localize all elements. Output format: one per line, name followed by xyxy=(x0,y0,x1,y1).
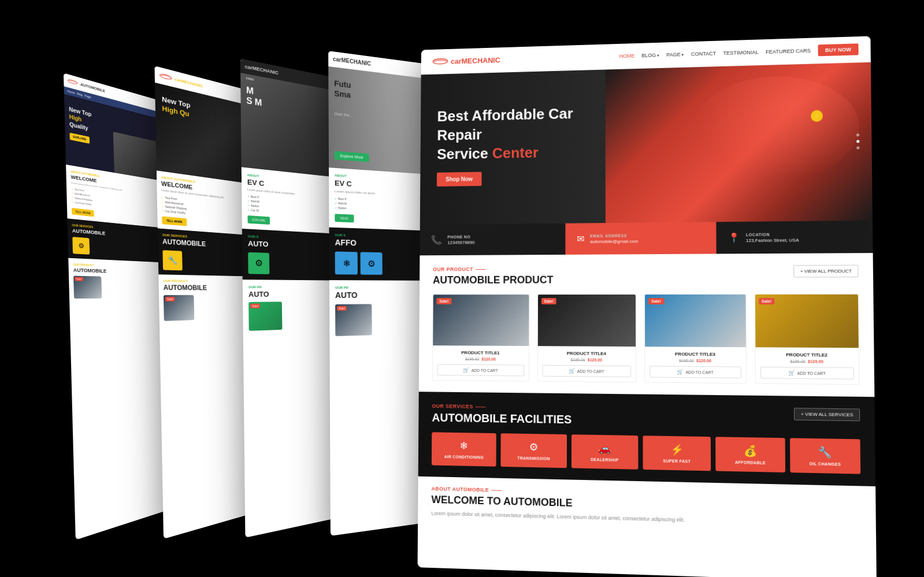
service-tile-ac[interactable]: ❄ AIR CONDITIONING xyxy=(431,432,496,466)
add-to-cart-text-3: ADD TO CART xyxy=(685,370,713,374)
main-hero-content: Best Affordable Car Repair Service Cente… xyxy=(436,103,605,187)
c2-tell-btn[interactable]: TELL MORE xyxy=(162,216,187,226)
c4-read-btn[interactable]: READ xyxy=(335,214,354,222)
shop-now-btn[interactable]: Shop Now xyxy=(436,172,481,186)
view-all-products-btn[interactable]: + VIEW ALL PRODUCT xyxy=(793,265,858,277)
c4-service-tile-1: ❄ xyxy=(335,251,357,274)
nav-page[interactable]: PAGE xyxy=(666,51,684,58)
contact-phone: 📞 PHONE NO 12345678890 xyxy=(420,223,565,255)
add-to-cart-text-1: ADD TO CART xyxy=(471,368,498,372)
affordable-icon: 💰 xyxy=(720,444,780,457)
hero-car-area: ⚡ xyxy=(605,62,872,222)
main-contact-bar: 📞 PHONE NO 12345678890 ✉ EMAIL ADDRESS a… xyxy=(420,220,873,255)
product-info-2: PRODUCT TITLE4 $195.00 $120.00 🛒 ADD TO … xyxy=(537,346,636,382)
cart-icon-3: 🛒 xyxy=(677,368,683,374)
nav-home[interactable]: HOME xyxy=(619,53,634,59)
hero-title-line2: Service xyxy=(437,144,492,162)
c1-explore-btn[interactable]: EXPLORE xyxy=(69,132,90,143)
services-section-title: AUTOMOBILE FACILITIES xyxy=(432,411,572,426)
product-img-3: Sale! xyxy=(645,294,745,347)
affordable-label: AFFORDABLE xyxy=(720,460,780,465)
c3-hero-text: MS M xyxy=(246,84,262,108)
c2-sale-badge: Sale! xyxy=(165,296,175,301)
products-section-title: AUTOMOBILE PRODUCT xyxy=(432,274,552,286)
add-to-cart-3[interactable]: 🛒 ADD TO CART xyxy=(650,366,741,378)
view-all-services-btn[interactable]: + VIEW ALL SERVICES xyxy=(794,408,860,421)
hero-dot-3 xyxy=(856,146,859,149)
product-prices-1: $195.00 $120.00 xyxy=(437,356,524,361)
hero-dots xyxy=(856,133,859,149)
c3-service-tile: ⚙ xyxy=(248,252,269,274)
location-icon: 📍 xyxy=(728,232,740,243)
hero-title-line1: Best Affordable Car Repair xyxy=(437,105,573,143)
phone-icon: 📞 xyxy=(431,234,441,245)
main-logo-svg xyxy=(432,56,448,66)
nav-testimonial[interactable]: TESTIMONIAL xyxy=(723,49,758,56)
add-to-cart-2[interactable]: 🛒 ADD TO CART xyxy=(542,364,631,377)
contact-location: 📍 LOCATION 123,Fashion Street, USA xyxy=(716,220,873,254)
product-title-2: PRODUCT TITLE4 xyxy=(542,351,631,356)
c2-service-tile: 🔧 xyxy=(162,250,182,270)
c3-sale-badge: Sale! xyxy=(250,303,260,308)
add-to-cart-1[interactable]: 🛒 ADD TO CART xyxy=(437,364,524,376)
product-img-4: Sale! xyxy=(755,294,858,347)
service-tile-affordable[interactable]: 💰 AFFORDABLE xyxy=(715,437,785,472)
main-logo-text: carMECHANIC xyxy=(450,55,500,65)
product-prices-3: $195.00 $120.00 xyxy=(650,358,741,363)
product-img-2: Sale! xyxy=(537,295,636,347)
phone-info: PHONE NO 12345678890 xyxy=(447,234,474,245)
nav-featured-cars[interactable]: FEATURED CARS xyxy=(765,47,810,54)
product-img-1: Sale! xyxy=(433,295,529,346)
add-to-cart-text-2: ADD TO CART xyxy=(577,368,604,373)
buy-now-btn[interactable]: BUY NOW xyxy=(818,43,859,56)
phone-value: 12345678890 xyxy=(447,239,474,244)
hero-dot-1 xyxy=(856,133,859,136)
hero-title-highlight: Center xyxy=(492,143,538,161)
location-info: LOCATION 123,Fashion Street, USA xyxy=(745,232,799,243)
location-label: LOCATION xyxy=(745,232,799,236)
service-tile-oil[interactable]: 🔧 OIL CHANGES xyxy=(789,438,860,474)
phone-label: PHONE NO xyxy=(447,234,474,239)
c1-tell-more-btn[interactable]: TELL MORE xyxy=(71,207,94,217)
oil-icon: 🔧 xyxy=(795,445,855,459)
product-card-2: Sale! PRODUCT TITLE4 $195.00 $120.00 🛒 A… xyxy=(537,294,636,382)
product-info-4: PRODUCT TITLE2 $195.00 $120.00 🛒 ADD TO … xyxy=(755,347,859,384)
services-section-label: OUR SERVICES xyxy=(432,403,572,411)
logo-car: car xyxy=(450,57,461,65)
products-section-header: OUR PRODUCT AUTOMOBILE PRODUCT + VIEW AL… xyxy=(432,265,858,286)
price-old-2: $195.00 xyxy=(570,358,585,362)
svg-point-0 xyxy=(68,79,77,84)
superfast-icon: ⚡ xyxy=(647,442,706,456)
c1-nav-blog: Blog xyxy=(77,92,83,96)
c4-sale-badge: Sale! xyxy=(337,306,347,310)
cart-icon-1: 🛒 xyxy=(463,367,469,373)
nav-contact[interactable]: CONTACT xyxy=(691,50,715,57)
add-to-cart-4[interactable]: 🛒 ADD TO CART xyxy=(760,366,854,379)
service-tile-dealership[interactable]: 🚗 DEALERSHIP xyxy=(571,434,638,470)
product-card-3: Sale! PRODUCT TITLE3 $195.00 $120.00 🛒 A… xyxy=(644,293,747,383)
services-section: OUR SERVICES AUTOMOBILE FACILITIES + VIE… xyxy=(418,392,875,486)
price-new-1: $120.00 xyxy=(481,357,496,361)
c3-logo: carMECHANIC xyxy=(244,64,278,76)
c2-logo-text: carMECHANIC xyxy=(174,76,203,88)
transmission-icon: ⚙ xyxy=(505,440,562,454)
c1-nav-page: Page xyxy=(84,94,91,98)
logo-mechanic: MECHANIC xyxy=(461,55,500,65)
cart-icon-4: 🛒 xyxy=(788,370,795,375)
nav-blog[interactable]: BLOG xyxy=(641,52,659,58)
product-card-4: Sale! PRODUCT TITLE2 $195.00 $120.00 🛒 A… xyxy=(754,293,859,384)
service-tile-transmission[interactable]: ⚙ TRANSMISSION xyxy=(500,433,566,468)
c4-service-tile-2: ⚙ xyxy=(360,252,382,274)
product-prices-4: $195.00 $120.00 xyxy=(760,359,854,363)
service-tile-superfast[interactable]: ⚡ SUPER FAST xyxy=(643,435,711,471)
transmission-label: TRANSMISSION xyxy=(505,456,562,461)
scene: AUTOMOBILE Home Blog Page New Top High Q… xyxy=(0,0,924,577)
c1-logo-text: AUTOMOBILE xyxy=(80,82,105,92)
cards-container: AUTOMOBILE Home Blog Page New Top High Q… xyxy=(58,29,867,549)
c3-explore-btn[interactable]: EXPLORE xyxy=(247,215,269,224)
c2-logo-icon xyxy=(159,71,172,82)
c1-nav-home: Home xyxy=(67,89,75,94)
contact-email: ✉ EMAIL ADDRESS automobile@gmail.com xyxy=(565,222,716,255)
location-value: 123,Fashion Street, USA xyxy=(745,237,799,243)
email-value: automobile@gmail.com xyxy=(589,238,638,244)
